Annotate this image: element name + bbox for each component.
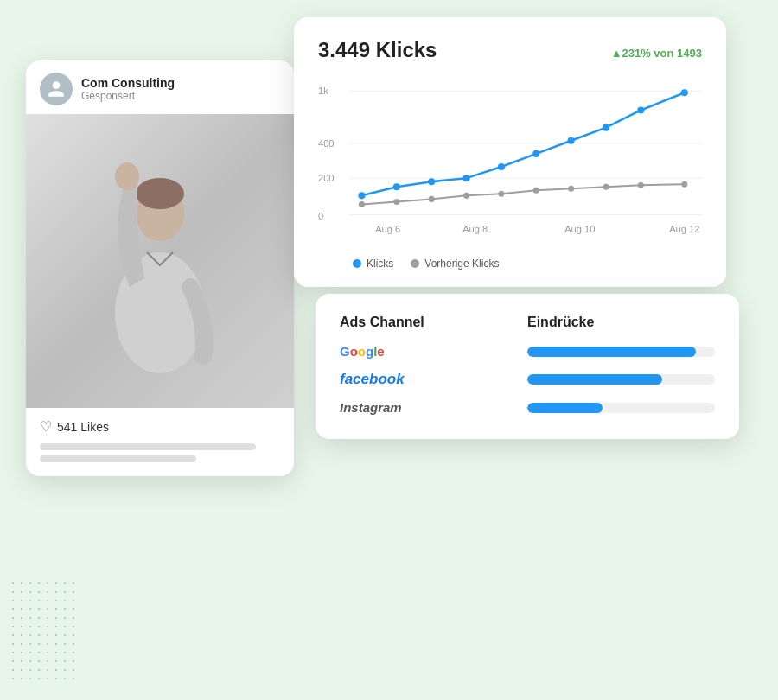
google-bar-container <box>527 347 715 357</box>
legend-dot-gray <box>411 259 419 268</box>
svg-text:Aug 6: Aug 6 <box>375 224 400 234</box>
user-icon <box>47 80 66 99</box>
chart-badge: ▲231% von 1493 <box>611 47 702 60</box>
man-silhouette-icon <box>82 131 238 408</box>
social-card-header: Com Consulting Gesponsert <box>26 60 294 114</box>
svg-point-19 <box>463 175 470 181</box>
sponsored-label: Gesponsert <box>81 90 175 102</box>
svg-point-27 <box>393 199 399 205</box>
svg-point-16 <box>358 192 365 199</box>
svg-point-2 <box>136 178 184 209</box>
svg-point-28 <box>429 196 435 202</box>
svg-point-32 <box>568 186 574 192</box>
chart-legend: Klicks Vorherige Klicks <box>318 258 702 270</box>
instagram-channel-name: Instagram <box>340 400 527 415</box>
chart-svg: 1k 400 200 0 Aug 6 Aug 8 Aug 10 Aug 12 <box>318 76 702 249</box>
text-line-medium <box>40 455 196 462</box>
facebook-bar-container <box>527 374 715 385</box>
legend-prev-klicks: Vorherige Klicks <box>411 258 499 270</box>
svg-point-17 <box>393 183 400 190</box>
svg-point-26 <box>359 201 365 207</box>
text-line-long <box>40 443 256 450</box>
ads-eindruecke-col-title: Eindrücke <box>527 315 715 330</box>
legend-klicks: Klicks <box>353 258 393 270</box>
svg-text:Aug 8: Aug 8 <box>462 224 488 234</box>
svg-point-33 <box>603 184 609 190</box>
likes-count: 541 Likes <box>57 420 109 434</box>
svg-point-18 <box>428 178 435 185</box>
svg-point-21 <box>532 150 539 157</box>
svg-point-34 <box>638 182 644 188</box>
svg-point-31 <box>533 188 539 194</box>
post-footer: ♡ 541 Likes <box>26 408 294 476</box>
social-post-card: Com Consulting Gesponsert ♡ 541 Likes <box>26 60 294 476</box>
company-name: Com Consulting <box>81 76 175 90</box>
chart-title: 3.449 Klicks <box>318 38 437 62</box>
svg-text:0: 0 <box>318 211 323 221</box>
heart-icon: ♡ <box>40 418 52 435</box>
legend-prev-label: Vorherige Klicks <box>424 258 499 270</box>
avatar <box>40 73 73 105</box>
ads-channel-col-title: Ads Channel <box>340 315 527 330</box>
ads-row-facebook: facebook <box>340 371 715 388</box>
svg-text:400: 400 <box>318 138 335 149</box>
svg-text:Aug 10: Aug 10 <box>564 224 595 234</box>
svg-point-24 <box>637 106 644 113</box>
chart-header: 3.449 Klicks ▲231% von 1493 <box>318 38 702 62</box>
facebook-bar-fill <box>527 374 662 385</box>
chart-card: 3.449 Klicks ▲231% von 1493 1k 400 200 0… <box>294 17 726 287</box>
legend-dot-blue <box>353 259 361 268</box>
svg-point-30 <box>498 191 504 197</box>
social-card-info: Com Consulting Gesponsert <box>81 76 175 102</box>
chart-area: 1k 400 200 0 Aug 6 Aug 8 Aug 10 Aug 12 <box>318 76 702 249</box>
google-bar-fill <box>527 347 696 357</box>
text-lines <box>40 443 280 462</box>
svg-point-23 <box>603 124 609 131</box>
svg-point-29 <box>463 193 469 199</box>
ads-channel-card: Ads Channel Eindrücke Google facebook In… <box>316 294 739 439</box>
ads-row-instagram: Instagram <box>340 400 715 415</box>
svg-text:1k: 1k <box>318 86 328 96</box>
likes-row: ♡ 541 Likes <box>40 418 280 435</box>
post-image <box>26 114 294 408</box>
svg-point-35 <box>681 181 687 188</box>
google-channel-name: Google <box>340 344 527 359</box>
instagram-bar-container <box>527 403 715 413</box>
ads-row-google: Google <box>340 344 715 359</box>
dot-grid-decoration <box>9 579 78 683</box>
instagram-bar-fill <box>527 403 603 413</box>
facebook-channel-name: facebook <box>340 371 527 388</box>
svg-text:200: 200 <box>318 173 335 183</box>
svg-point-3 <box>115 162 139 190</box>
svg-point-25 <box>681 89 688 96</box>
legend-klicks-label: Klicks <box>367 258 393 270</box>
svg-point-22 <box>568 137 575 144</box>
svg-text:Aug 12: Aug 12 <box>669 224 699 234</box>
ads-card-header: Ads Channel Eindrücke <box>340 315 715 330</box>
svg-point-20 <box>498 163 505 170</box>
